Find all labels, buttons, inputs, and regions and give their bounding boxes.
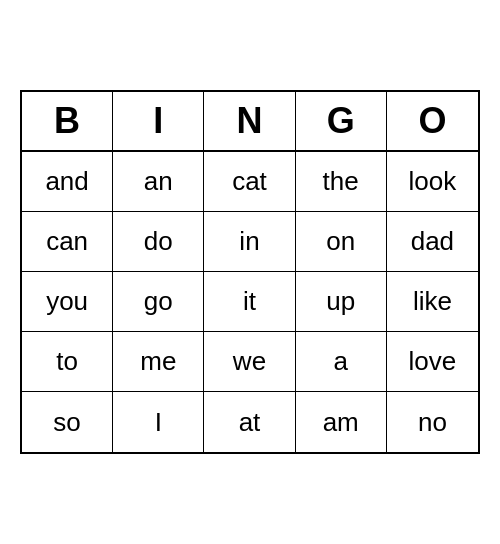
- bingo-cell-r3-c2: we: [204, 332, 295, 392]
- bingo-cell-r2-c2: it: [204, 272, 295, 332]
- bingo-cell-r0-c3: the: [296, 152, 387, 212]
- bingo-cell-r4-c2: at: [204, 392, 295, 452]
- bingo-header-letter: G: [296, 92, 387, 150]
- bingo-cell-r1-c0: can: [22, 212, 113, 272]
- bingo-cell-r2-c1: go: [113, 272, 204, 332]
- bingo-grid: andancatthelookcandoinondadyougoituplike…: [22, 152, 478, 452]
- bingo-cell-r0-c2: cat: [204, 152, 295, 212]
- bingo-cell-r4-c3: am: [296, 392, 387, 452]
- bingo-cell-r3-c1: me: [113, 332, 204, 392]
- bingo-cell-r2-c3: up: [296, 272, 387, 332]
- bingo-header-letter: N: [204, 92, 295, 150]
- bingo-cell-r3-c0: to: [22, 332, 113, 392]
- bingo-header-letter: O: [387, 92, 478, 150]
- bingo-cell-r0-c0: and: [22, 152, 113, 212]
- bingo-cell-r1-c3: on: [296, 212, 387, 272]
- bingo-cell-r4-c4: no: [387, 392, 478, 452]
- bingo-header: BINGO: [22, 92, 478, 152]
- bingo-header-letter: I: [113, 92, 204, 150]
- bingo-cell-r2-c0: you: [22, 272, 113, 332]
- bingo-header-letter: B: [22, 92, 113, 150]
- bingo-cell-r0-c1: an: [113, 152, 204, 212]
- bingo-cell-r4-c0: so: [22, 392, 113, 452]
- bingo-cell-r1-c1: do: [113, 212, 204, 272]
- bingo-cell-r3-c3: a: [296, 332, 387, 392]
- bingo-card: BINGO andancatthelookcandoinondadyougoit…: [20, 90, 480, 454]
- bingo-cell-r2-c4: like: [387, 272, 478, 332]
- bingo-cell-r4-c1: I: [113, 392, 204, 452]
- bingo-cell-r3-c4: love: [387, 332, 478, 392]
- bingo-cell-r1-c2: in: [204, 212, 295, 272]
- bingo-cell-r1-c4: dad: [387, 212, 478, 272]
- bingo-cell-r0-c4: look: [387, 152, 478, 212]
